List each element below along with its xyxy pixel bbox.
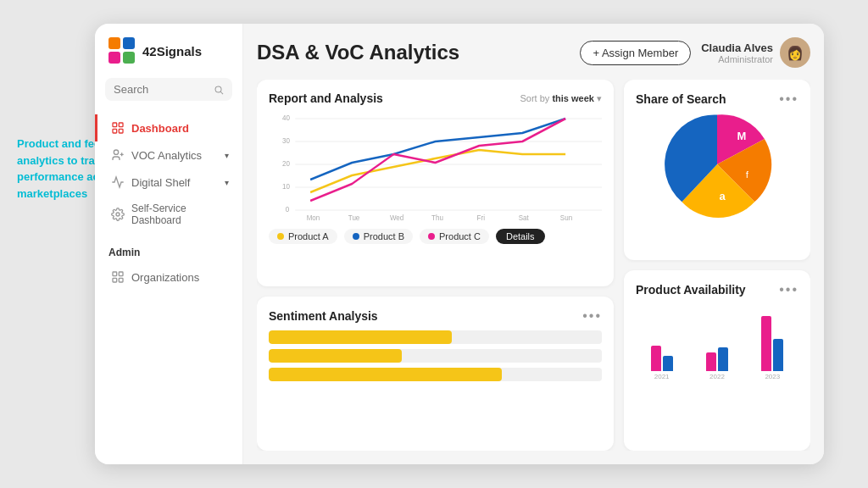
svg-rect-7 bbox=[113, 123, 117, 127]
sentiment-chart-header: Sentiment Analysis ••• bbox=[269, 308, 602, 324]
svg-text:Wed: Wed bbox=[390, 214, 404, 222]
details-button[interactable]: Details bbox=[496, 229, 545, 244]
nav-item-organizations[interactable]: Organizations bbox=[95, 263, 242, 291]
user-area: Claudia Alves Administrator 👩 bbox=[701, 37, 810, 68]
sentiment-bar-1 bbox=[269, 330, 602, 344]
charts-row: Report and Analysis Sort by this week ▾ … bbox=[257, 80, 810, 451]
nav-item-digital-shelf[interactable]: Digital Shelf ▾ bbox=[95, 169, 242, 196]
svg-text:M: M bbox=[737, 130, 746, 142]
bar-group-2023: 2023 bbox=[747, 316, 798, 380]
avail-chart: 2021 2022 bbox=[636, 304, 798, 380]
report-chart-title: Report and Analysis bbox=[269, 92, 383, 105]
avail-bar-2022-blue bbox=[718, 347, 728, 371]
sentiment-bar-3 bbox=[269, 368, 602, 381]
sentiment-chart-title: Sentiment Analysis bbox=[269, 309, 378, 323]
svg-text:Mon: Mon bbox=[307, 214, 320, 222]
svg-text:Tue: Tue bbox=[348, 214, 360, 222]
nav-label-voc: VOC Analytics bbox=[131, 149, 202, 162]
sos-chart-title: Share of Search bbox=[636, 92, 726, 106]
digital-shelf-icon bbox=[111, 175, 125, 189]
svg-text:10: 10 bbox=[282, 182, 290, 191]
svg-rect-17 bbox=[113, 278, 117, 282]
sort-value: this week bbox=[552, 93, 594, 103]
page-title: DSA & VoC Analytics bbox=[257, 41, 459, 64]
svg-point-11 bbox=[114, 150, 118, 154]
logo-area: 42Signals bbox=[95, 37, 242, 78]
organizations-icon bbox=[111, 270, 125, 284]
legend-product-c[interactable]: Product C bbox=[420, 229, 489, 244]
svg-text:a: a bbox=[720, 190, 726, 202]
main-content: DSA & VoC Analytics + Assign Member Clau… bbox=[243, 24, 824, 464]
svg-point-14 bbox=[116, 213, 120, 216]
report-chart-header: Report and Analysis Sort by this week ▾ bbox=[269, 92, 602, 105]
bar-track-2 bbox=[269, 349, 602, 363]
sos-more-options[interactable]: ••• bbox=[779, 92, 798, 107]
nav-label-dashboard: Dashboard bbox=[131, 122, 189, 135]
search-input[interactable] bbox=[114, 83, 209, 96]
bar-group-bars-2022 bbox=[706, 347, 728, 371]
bar-group-2022: 2022 bbox=[691, 347, 743, 380]
share-of-search-card: Share of Search ••• bbox=[624, 80, 810, 260]
sentiment-more-options[interactable]: ••• bbox=[582, 308, 602, 324]
svg-text:Sun: Sun bbox=[560, 214, 573, 222]
bar-group-bars-2023 bbox=[761, 316, 783, 371]
left-charts: Report and Analysis Sort by this week ▾ … bbox=[257, 80, 614, 451]
svg-text:0: 0 bbox=[286, 205, 290, 214]
avail-chart-header: Product Availability ••• bbox=[636, 282, 798, 297]
svg-rect-8 bbox=[119, 123, 123, 127]
svg-text:30: 30 bbox=[282, 136, 290, 146]
svg-rect-4 bbox=[123, 52, 135, 64]
legend-product-a[interactable]: Product A bbox=[269, 229, 337, 244]
svg-rect-15 bbox=[113, 272, 117, 276]
avail-bar-2021-blue bbox=[663, 356, 673, 371]
nav-item-self-service[interactable]: Self-Service Dashboard bbox=[95, 196, 242, 233]
app-logo-icon bbox=[108, 37, 136, 64]
legend-label-c: Product C bbox=[439, 231, 481, 241]
svg-rect-3 bbox=[108, 52, 120, 64]
app-name: 42Signals bbox=[142, 44, 202, 58]
sentiment-bar-2 bbox=[269, 349, 602, 363]
svg-rect-18 bbox=[119, 278, 123, 282]
avail-bar-2023-pink bbox=[761, 316, 771, 371]
sentiment-analysis-card: Sentiment Analysis ••• bbox=[257, 297, 614, 451]
legend-label-a: Product A bbox=[288, 231, 329, 241]
bar-fill-3 bbox=[269, 368, 502, 381]
bar-track-3 bbox=[269, 368, 602, 381]
nav-item-voc[interactable]: VOC Analytics ▾ bbox=[95, 141, 242, 169]
main-header: DSA & VoC Analytics + Assign Member Clau… bbox=[257, 37, 810, 68]
nav-label-self-service: Self-Service Dashboard bbox=[131, 202, 229, 226]
pie-chart-svg: M f a bbox=[662, 109, 772, 219]
admin-section-title: Admin bbox=[95, 233, 242, 263]
svg-rect-9 bbox=[113, 129, 117, 133]
svg-line-6 bbox=[220, 92, 223, 94]
dashboard-icon bbox=[111, 121, 125, 135]
avail-more-options[interactable]: ••• bbox=[779, 282, 798, 297]
legend-dot-b bbox=[353, 233, 359, 240]
search-icon bbox=[214, 84, 224, 96]
avail-chart-title: Product Availability bbox=[636, 283, 746, 297]
svg-text:40: 40 bbox=[282, 114, 290, 123]
header-right: + Assign Member Claudia Alves Administra… bbox=[580, 37, 810, 68]
svg-rect-16 bbox=[119, 272, 123, 276]
legend-product-b[interactable]: Product B bbox=[344, 229, 413, 244]
bar-year-2022: 2022 bbox=[709, 373, 725, 380]
bar-fill-1 bbox=[269, 330, 452, 344]
nav-label-digital-shelf: Digital Shelf bbox=[131, 176, 190, 189]
avail-bar-2021-pink bbox=[651, 346, 661, 371]
sidebar: 42Signals Dashboard bbox=[95, 24, 243, 464]
user-role: Administrator bbox=[701, 54, 773, 64]
bar-year-2023: 2023 bbox=[765, 373, 780, 380]
bar-year-2021: 2021 bbox=[654, 373, 670, 380]
nav-item-dashboard[interactable]: Dashboard bbox=[95, 114, 242, 141]
sort-text: Sort by this week ▾ bbox=[520, 93, 603, 104]
product-availability-card: Product Availability ••• 2021 bbox=[624, 270, 810, 451]
legend-dot-c bbox=[428, 233, 435, 240]
search-box[interactable] bbox=[105, 78, 232, 101]
assign-member-button[interactable]: + Assign Member bbox=[580, 41, 691, 65]
self-service-icon bbox=[111, 208, 125, 221]
svg-rect-1 bbox=[108, 37, 120, 49]
svg-rect-10 bbox=[119, 129, 123, 133]
avail-bar-2023-blue bbox=[773, 339, 783, 371]
chart-legend: Product A Product B Product C Details bbox=[269, 229, 602, 244]
chevron-voc: ▾ bbox=[225, 151, 229, 160]
